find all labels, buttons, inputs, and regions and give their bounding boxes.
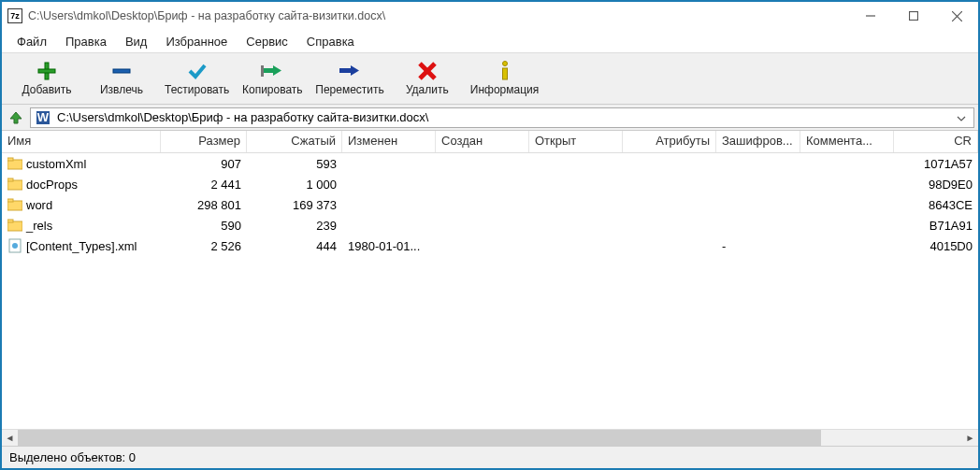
cell-crc: 98D9E0 [894,178,978,192]
file-name: [Content_Types].xml [26,239,137,253]
menubar: Файл Правка Вид Избранное Сервис Справка [2,30,978,52]
svg-point-28 [12,243,18,249]
table-row[interactable]: [Content_Types].xml2 5264441980-01-01...… [2,235,978,256]
menu-file[interactable]: Файл [9,33,54,50]
menu-tools[interactable]: Сервис [238,33,295,50]
info-button[interactable]: Информация [465,55,544,102]
svg-text:W: W [37,110,50,124]
cell-modified: 1980-01-01... [342,239,436,253]
cell-packed: 593 [247,157,342,171]
cell-size: 590 [161,219,247,233]
path-combobox[interactable]: W C:\Users\dmkol\Desktop\Бриф - на разра… [30,107,974,128]
header-name[interactable]: Имя [2,131,161,152]
move-button[interactable]: Переместить [310,55,390,102]
scroll-right-icon[interactable]: ► [962,430,978,446]
svg-rect-9 [261,65,264,77]
column-headers: Имя Размер Сжатый Изменен Создан Открыт … [2,131,978,153]
header-created[interactable]: Создан [436,131,529,152]
maximize-button[interactable] [892,2,935,30]
file-name: _rels [26,219,52,233]
cell-packed: 444 [247,239,342,253]
folder-icon [7,178,22,191]
status-text: Выделено объектов: 0 [9,450,136,464]
svg-rect-10 [339,68,351,73]
info-label: Информация [470,83,539,96]
svg-rect-20 [7,158,13,161]
folder-icon [7,157,22,170]
header-modified[interactable]: Изменен [342,131,436,152]
scroll-thumb[interactable] [18,430,821,446]
up-button[interactable] [6,107,26,128]
info-icon [494,61,516,81]
table-row[interactable]: docProps2 4411 00098D9E0 [2,174,978,194]
cell-size: 2 526 [161,239,247,253]
close-button[interactable] [935,2,978,30]
svg-rect-6 [113,69,130,73]
table-row[interactable]: _rels590239B71A91 [2,215,978,235]
cell-crc: 1071A57 [894,157,978,171]
minimize-button[interactable] [849,2,892,30]
cell-name: [Content_Types].xml [2,238,161,253]
copy-label: Копировать [242,83,303,96]
delete-label: Удалить [406,83,449,96]
cell-name: docProps [2,178,161,192]
cell-crc: 4015D0 [894,239,978,253]
plus-icon [36,61,58,81]
file-icon [7,238,22,253]
cell-size: 298 801 [161,198,247,212]
svg-rect-5 [38,69,55,73]
cell-packed: 1 000 [247,178,342,192]
path-text: C:\Users\dmkol\Desktop\Бриф - на разрабо… [57,110,953,124]
cell-name: customXml [2,157,161,171]
header-comment[interactable]: Коммента... [800,131,894,152]
svg-marker-16 [10,112,22,123]
extract-label: Извлечь [100,83,143,96]
svg-point-14 [502,62,507,66]
cell-packed: 169 373 [247,198,342,212]
window-controls [849,2,978,30]
extract-button[interactable]: Извлечь [84,55,159,102]
svg-rect-26 [7,220,13,222]
titlebar: 7z C:\Users\dmkol\Desktop\Бриф - на разр… [2,2,978,30]
header-attributes[interactable]: Атрибуты [623,131,716,152]
menu-favorites[interactable]: Избранное [158,33,235,50]
copy-button[interactable]: Копировать [235,55,310,102]
statusbar: Выделено объектов: 0 [2,446,978,468]
table-row[interactable]: word298 801169 3738643CE [2,194,978,215]
table-row[interactable]: customXml9075931071A57 [2,153,978,174]
folder-icon [7,198,22,211]
move-arrow-icon [339,61,361,81]
cell-name: word [2,198,161,212]
svg-rect-22 [7,178,13,181]
delete-button[interactable]: Удалить [390,55,465,102]
cell-enc: - [716,239,800,253]
file-list: customXml9075931071A57docProps2 4411 000… [2,153,978,429]
header-crc[interactable]: CR [894,131,978,152]
copy-arrow-icon [261,61,283,81]
scroll-track[interactable] [18,430,962,446]
x-icon [416,61,439,81]
toolbar: Добавить Извлечь Тестировать Копировать … [2,52,978,105]
cell-size: 907 [161,157,247,171]
add-button[interactable]: Добавить [9,55,84,102]
file-name: docProps [26,178,78,192]
file-name: customXml [26,157,86,171]
scroll-left-icon[interactable]: ◄ [2,430,18,446]
menu-view[interactable]: Вид [118,33,155,50]
chevron-down-icon[interactable] [953,110,970,124]
header-opened[interactable]: Открыт [529,131,623,152]
window-title: C:\Users\dmkol\Desktop\Бриф - на разрабо… [28,9,849,22]
minus-icon [110,61,133,81]
svg-marker-8 [273,65,281,76]
header-size[interactable]: Размер [161,131,247,152]
move-label: Переместить [315,83,384,96]
menu-edit[interactable]: Правка [58,33,114,50]
header-encrypted[interactable]: Зашифров... [716,131,800,152]
add-label: Добавить [22,83,71,96]
cell-crc: 8643CE [894,198,978,212]
cell-name: _rels [2,219,161,233]
menu-help[interactable]: Справка [299,33,362,50]
test-button[interactable]: Тестировать [159,55,235,102]
header-packed[interactable]: Сжатый [247,131,342,152]
horizontal-scrollbar[interactable]: ◄ ► [2,429,978,446]
